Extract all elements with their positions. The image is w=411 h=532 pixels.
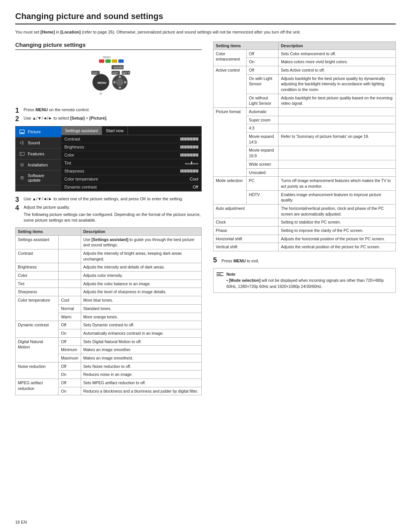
svg-text:EXIT: EXIT: [113, 72, 118, 74]
menu-row-dynamic-contrast: Dynamic contrast Off: [61, 183, 201, 191]
software-update-icon: [19, 175, 25, 181]
svg-rect-2: [105, 59, 111, 63]
menu-row-color-temp: Color temperature Cool: [61, 175, 201, 183]
features-icon: [19, 151, 25, 157]
sidebar-item-software-update: Software update: [16, 171, 61, 185]
sidebar-item-features-label: Features: [28, 152, 44, 156]
svg-rect-24: [20, 152, 24, 155]
svg-text:EXIT: EXIT: [92, 72, 98, 74]
left-column: Changing picture settings DEMO SOURCE EX…: [15, 42, 202, 400]
section-title: Changing picture settings: [15, 42, 202, 50]
table-row: Color enhancementOffSets Color enhanceme…: [213, 50, 396, 58]
table-row: Noise reductionOffSets Noise reduction t…: [16, 362, 202, 371]
table-row: ClockSetting to stabilize the PC screen.: [213, 218, 396, 227]
sidebar-item-picture-label: Picture: [28, 129, 41, 134]
table-row: Auto adjustmentThe horizontal/vertical p…: [213, 204, 396, 218]
table-row: BrightnessAdjusts the intensity and deta…: [16, 263, 202, 272]
svg-point-16: [116, 78, 124, 86]
right-table-header-items: Setting items: [213, 42, 279, 50]
note-text: • [Mode selection] will not be displayed…: [226, 278, 384, 289]
menu-header-startnow: Start now: [102, 126, 127, 135]
right-table-header-desc: Description: [279, 42, 396, 50]
table-row: Settings assistantUse [Settings assistan…: [16, 235, 202, 249]
note-icon: [217, 272, 223, 289]
svg-text:NET TV: NET TV: [123, 72, 131, 74]
note-box: Note • [Mode selection] will not be disp…: [213, 268, 396, 293]
steps-list: 1 Press MENU on the remote control. 2 Us…: [15, 107, 202, 122]
table-row: Vertical shiftAdjusts the vertical posit…: [213, 243, 396, 251]
remote-illustration: DEMO SOURCE EXIT EXIT NET TV: [15, 54, 202, 103]
menu-row-brightness: Brightness ·: [61, 143, 201, 151]
page-title: Changing picture and sound settings: [15, 11, 396, 24]
right-column: Setting items Description Color enhancem…: [213, 42, 396, 400]
table-row: Active controlOffSets Active control to …: [213, 66, 396, 74]
svg-rect-4: [118, 59, 124, 63]
menu-sidebar: Picture Sound Features: [16, 126, 61, 191]
svg-rect-1: [99, 59, 104, 63]
picture-icon: [19, 129, 25, 134]
menu-content: Settings assistant Start now Contrast · …: [61, 126, 201, 191]
left-table-header-items: Setting items: [16, 227, 81, 235]
table-row: Digital Natural MotionOffSets Digital Na…: [16, 337, 202, 346]
intro-text: You must set [Home] in [Location] (refer…: [15, 29, 396, 35]
right-settings-table: Setting items Description Color enhancem…: [213, 42, 396, 252]
menu-content-header: Settings assistant Start now: [61, 126, 201, 135]
table-row: Dynamic contrastOffSets Dynamic contrast…: [16, 321, 202, 329]
svg-point-27: [22, 164, 23, 165]
step-1: 1 Press MENU on the remote control.: [15, 107, 202, 114]
table-row: PhaseSetting to improve the clarity of t…: [213, 227, 396, 235]
step-5: 5 Press MENU to exit.: [213, 257, 396, 264]
svg-rect-3: [112, 59, 117, 63]
table-row: Mode selectionPCTurns off image enhancem…: [213, 177, 396, 190]
table-row: Horizontal shiftAdjusts the horizontal p…: [213, 235, 396, 243]
left-settings-table: Setting items Description Settings assis…: [15, 227, 202, 396]
table-row: Color temperatureCoolMore blue tones.: [16, 296, 202, 305]
installation-icon: [19, 162, 25, 168]
menu-row-contrast: Contrast ·: [61, 135, 201, 143]
svg-text:MENU: MENU: [97, 81, 107, 85]
menu-header-settings: Settings assistant: [61, 126, 102, 135]
menu-mockup: Picture Sound Features: [15, 126, 202, 192]
menu-row-color: Color ·: [61, 151, 201, 159]
svg-marker-21: [99, 92, 102, 94]
sidebar-item-sound-label: Sound: [28, 141, 40, 145]
step-3: 3 Use ▲/▼/◄/► to select one of the pictu…: [15, 196, 202, 203]
svg-rect-23: [21, 133, 24, 133]
sidebar-item-picture: Picture: [16, 126, 61, 137]
table-row: Picture formatAutomatic: [213, 108, 396, 116]
sidebar-item-installation: Installation: [16, 160, 61, 171]
table-row: MPEG artifact reductionOffSets MPEG arti…: [16, 379, 202, 387]
step-4: 4 Adjust the picture quality. The follow…: [15, 204, 202, 224]
svg-text:SOURCE: SOURCE: [114, 66, 125, 69]
menu-row-tint: Tint ·: [61, 159, 201, 167]
svg-text:DEMO: DEMO: [103, 56, 111, 59]
menu-row-sharpness: Sharpness ·: [61, 167, 201, 175]
sidebar-item-sound: Sound: [16, 137, 61, 149]
steps-3-4: 3 Use ▲/▼/◄/► to select one of the pictu…: [15, 196, 202, 224]
table-row: SharpnessAdjusts the level of sharpness …: [16, 288, 202, 296]
table-row: TintAdjusts the color balance in an imag…: [16, 280, 202, 288]
note-title: Note: [226, 272, 235, 276]
left-table-header-desc: Description: [81, 227, 201, 235]
sidebar-item-features: Features: [16, 149, 61, 160]
table-row: ColorAdjusts color intensity.: [16, 272, 202, 280]
sidebar-item-software-label: Software update: [28, 173, 58, 182]
sidebar-item-installation-label: Installation: [28, 163, 48, 167]
step-2: 2 Use ▲/▼/◄/► to select [Setup] > [Pictu…: [15, 115, 202, 122]
table-row: ContrastAdjusts the intensity of bright …: [16, 249, 202, 263]
page-footer: 18 EN: [15, 520, 27, 524]
sound-icon: [19, 140, 25, 145]
